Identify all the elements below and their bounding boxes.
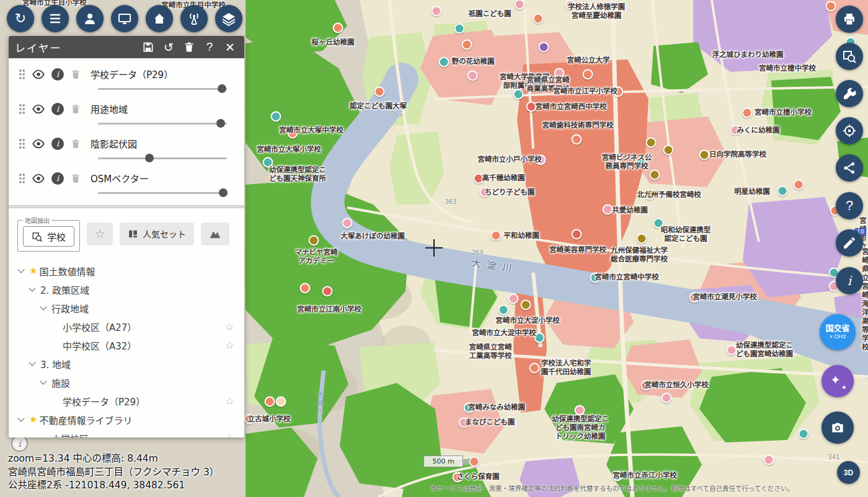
school-marker[interactable] [641,380,652,391]
school-marker[interactable] [794,180,804,190]
visibility-eye-icon[interactable] [32,68,45,81]
tree-item[interactable]: ★ 小学校区 ☆ [9,429,244,438]
school-marker[interactable] [645,190,655,200]
school-marker[interactable] [554,68,565,79]
school-marker[interactable] [742,108,753,118]
school-marker[interactable] [521,300,531,310]
school-marker[interactable] [480,187,490,198]
school-marker[interactable] [613,471,623,482]
locate-button[interactable] [836,117,863,144]
print-button[interactable] [836,6,863,33]
school-marker[interactable] [342,218,353,229]
school-marker[interactable] [300,283,311,294]
chevron-down-icon[interactable] [29,359,35,366]
visibility-eye-icon[interactable] [32,102,45,116]
school-marker[interactable] [699,150,710,161]
tree-item[interactable]: ★ 国土数値情報 ☆ [9,262,244,280]
school-marker[interactable] [459,418,469,428]
drag-handle-icon[interactable] [19,138,25,149]
layer-opacity-slider[interactable] [98,188,227,198]
menu-button[interactable] [42,5,69,32]
school-marker[interactable] [662,393,672,403]
layer-opacity-slider[interactable] [98,118,227,128]
school-marker[interactable] [727,345,737,356]
tree-item[interactable]: ★ 3. 地域 ☆ [9,354,244,373]
school-marker[interactable] [474,174,484,184]
tree-item[interactable]: ★ 施設 ☆ [9,373,244,392]
tree-item[interactable]: ★ 中学校区（A32） ☆ [9,336,244,354]
tree-item[interactable]: ★ 不動産情報ライブラリ ☆ [9,410,244,429]
school-marker[interactable] [565,0,576,11]
toggle-3d-button[interactable]: 3D [837,461,860,484]
school-marker[interactable] [309,235,319,246]
star-toggle-icon[interactable]: ☆ [225,432,234,438]
school-marker[interactable] [469,457,480,467]
school-marker[interactable] [322,286,333,297]
school-marker[interactable] [498,305,509,315]
account-button[interactable] [76,5,104,32]
school-marker[interactable] [637,234,647,244]
school-marker[interactable] [536,155,546,165]
school-marker[interactable] [513,89,524,100]
slider-thumb[interactable] [145,154,154,162]
refresh-button[interactable]: ↻ [7,5,34,32]
slider-thumb[interactable] [216,119,225,128]
panel-close-button[interactable]: ✕ [222,39,238,55]
school-marker[interactable] [439,57,450,68]
visibility-eye-icon[interactable] [32,172,45,185]
tree-item[interactable]: ★ 行政地域 ☆ [9,299,244,317]
layer-opacity-slider[interactable] [98,153,227,163]
chevron-down-icon[interactable] [29,284,35,291]
school-marker[interactable] [826,1,836,12]
school-marker[interactable] [663,145,674,156]
save-layers-button[interactable] [140,39,156,55]
school-marker[interactable] [603,205,613,215]
school-marker[interactable] [613,87,624,97]
star-toggle-icon[interactable]: ☆ [225,339,234,351]
reset-layers-button[interactable]: ↺ [161,39,177,55]
tree-item[interactable]: ★ 学校データ（P29） ☆ [9,392,244,410]
school-marker[interactable] [650,170,660,180]
info-button[interactable]: i [836,267,863,294]
school-marker[interactable] [263,157,273,168]
ai-assistant-button[interactable]: ✦✦ [822,365,854,397]
tools-button[interactable] [836,80,863,107]
terrain-button[interactable] [201,222,229,245]
school-marker[interactable] [689,292,700,303]
drag-handle-icon[interactable] [19,103,25,114]
school-marker[interactable] [533,14,544,24]
slider-thumb[interactable] [218,84,226,93]
school-marker[interactable] [244,414,255,424]
school-marker[interactable] [583,69,593,80]
layer-info-icon[interactable]: i [51,172,64,185]
layer-info-icon[interactable]: i [51,103,64,115]
school-marker[interactable] [276,397,286,407]
school-marker[interactable] [572,134,582,145]
star-toggle-icon[interactable]: ☆ [225,395,234,407]
screen-button[interactable] [111,5,138,32]
layer-info-icon[interactable]: i [51,68,64,81]
school-marker[interactable] [265,397,275,407]
map-search-button[interactable] [836,43,863,70]
school-marker[interactable] [454,24,465,34]
panel-help-button[interactable]: ? [202,39,218,55]
school-marker[interactable] [777,186,788,196]
drag-handle-icon[interactable] [19,69,25,79]
school-marker[interactable] [590,273,601,283]
tree-item[interactable]: ★ 2. 政策区域 ☆ [9,280,244,299]
school-marker[interactable] [636,157,647,168]
help-button[interactable]: ? [836,192,863,219]
chevron-down-icon[interactable] [17,266,24,273]
favorites-button[interactable]: ☆ [87,222,113,245]
star-toggle-icon[interactable]: ☆ [225,320,234,333]
school-marker[interactable] [575,405,585,416]
school-marker[interactable] [467,71,478,81]
clear-layers-button[interactable] [181,39,197,55]
mini-info-button[interactable]: i [11,435,28,452]
visibility-eye-icon[interactable] [32,137,45,151]
school-extract-button[interactable]: 学校 [23,226,74,247]
school-marker[interactable] [534,333,545,343]
screenshot-button[interactable] [822,411,854,444]
school-marker[interactable] [799,429,809,439]
chevron-down-icon[interactable] [40,377,46,384]
